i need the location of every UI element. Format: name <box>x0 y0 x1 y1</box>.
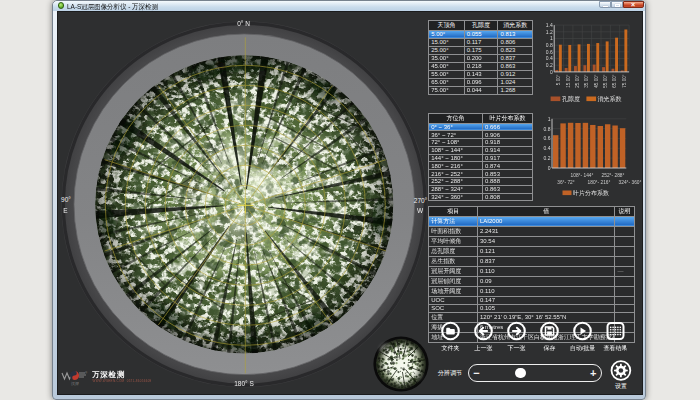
svg-text:0.4: 0.4 <box>546 55 553 61</box>
svg-text:0.8: 0.8 <box>544 126 551 132</box>
svg-text:15.00°: 15.00° <box>566 74 571 87</box>
svg-text:108°- 144°: 108°- 144° <box>571 173 594 178</box>
svg-text:1.4: 1.4 <box>546 22 553 28</box>
svg-text:25.00°: 25.00° <box>575 74 580 87</box>
svg-text:45.00°: 45.00° <box>594 74 599 87</box>
svg-text:孔隙度: 孔隙度 <box>562 95 580 103</box>
svg-text:65.00°: 65.00° <box>612 74 617 87</box>
svg-text:®: ® <box>85 371 88 375</box>
svg-text:55.00°: 55.00° <box>603 74 608 87</box>
svg-text:1.2: 1.2 <box>546 29 553 35</box>
svg-text:0.2: 0.2 <box>546 62 553 68</box>
svg-text:汉深: 汉深 <box>71 381 79 386</box>
svg-text:0.6: 0.6 <box>546 49 553 55</box>
svg-text:1: 1 <box>550 35 553 41</box>
svg-text:35.00°: 35.00° <box>584 74 589 87</box>
svg-text:5.00°: 5.00° <box>556 74 561 85</box>
svg-text:36°- 72°: 36°- 72° <box>557 180 575 185</box>
svg-text:0.6: 0.6 <box>544 135 551 141</box>
svg-text:1: 1 <box>548 116 551 122</box>
svg-text:0.8: 0.8 <box>546 42 553 48</box>
svg-text:消光系数: 消光系数 <box>598 95 622 103</box>
svg-text:0.4: 0.4 <box>544 145 551 151</box>
svg-text:0: 0 <box>550 69 553 75</box>
svg-text:0: 0 <box>548 165 551 171</box>
svg-text:252°- 288°: 252°- 288° <box>602 173 625 178</box>
svg-text:75.00°: 75.00° <box>622 74 627 87</box>
svg-text:0.2: 0.2 <box>544 155 551 161</box>
svg-text:180°- 216°: 180°- 216° <box>588 180 611 185</box>
svg-text:叶片分布系数: 叶片分布系数 <box>573 189 609 197</box>
svg-text:324°- 360°: 324°- 360° <box>619 180 642 185</box>
